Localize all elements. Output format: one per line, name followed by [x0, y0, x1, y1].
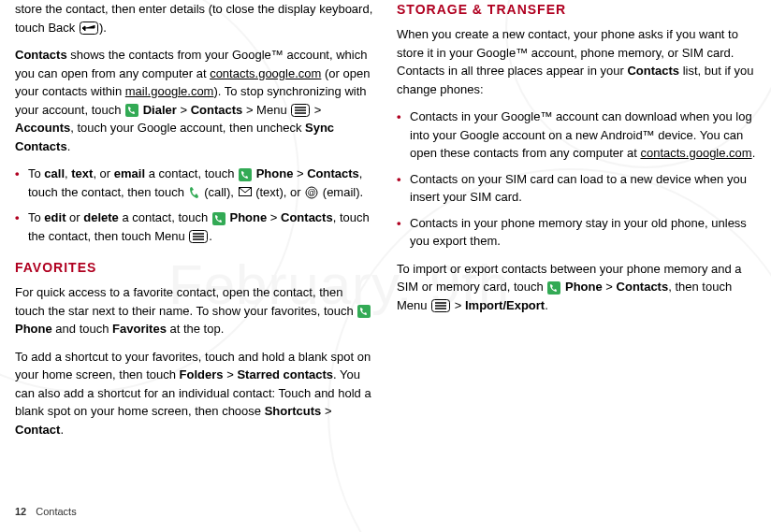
- page-number: 12: [15, 506, 26, 517]
- svg-rect-6: [239, 168, 252, 181]
- link-mail-google: mail.google.com: [125, 84, 214, 98]
- page-footer: 12Contacts: [15, 504, 77, 520]
- paragraph: To import or export contacts between you…: [397, 260, 756, 315]
- page-content: store the contact, then enter details (t…: [0, 0, 771, 448]
- paragraph: When you create a new contact, your phon…: [397, 25, 756, 98]
- section-name: Contacts: [36, 506, 76, 517]
- heading-favorites: FAVORITES: [15, 258, 374, 278]
- email-icon: @: [305, 186, 318, 199]
- list-item: Contacts in your Google™ account can dow…: [397, 108, 756, 163]
- text-icon: [239, 187, 252, 198]
- paragraph: Contacts shows the contacts from your Go…: [15, 46, 374, 155]
- list-item: Contacts in your phone memory stay in yo…: [397, 214, 756, 251]
- menu-icon: [291, 104, 310, 117]
- paragraph: store the contact, then enter details (t…: [15, 0, 374, 36]
- menu-icon: [189, 230, 208, 243]
- phone-app-icon: [239, 168, 252, 181]
- link-contacts-google: contacts.google.com: [210, 66, 321, 80]
- back-icon: [80, 22, 98, 35]
- storage-list: Contacts in your Google™ account can dow…: [397, 108, 756, 251]
- menu-icon: [431, 299, 450, 312]
- call-icon: [189, 186, 200, 199]
- phone-app-icon: [357, 305, 371, 318]
- list-item: To call, text, or email a contact, touch…: [15, 165, 374, 201]
- link-contacts-google: contacts.google.com: [640, 146, 751, 160]
- list-item: Contacts on your SIM card can load to a …: [397, 170, 756, 207]
- action-list: To call, text, or email a contact, touch…: [15, 165, 374, 245]
- svg-rect-1: [125, 104, 138, 117]
- right-column: STORAGE & TRANSFER When you create a new…: [397, 0, 756, 448]
- paragraph: To add a shortcut to your favorites, tou…: [15, 348, 374, 439]
- svg-text:@: @: [308, 188, 316, 197]
- svg-rect-16: [547, 281, 560, 295]
- svg-rect-15: [357, 305, 371, 318]
- left-column: store the contact, then enter details (t…: [15, 0, 374, 448]
- paragraph: For quick access to a favorite contact, …: [15, 283, 374, 338]
- phone-app-icon: [212, 212, 225, 225]
- svg-rect-10: [212, 212, 225, 225]
- phone-app-icon: [547, 281, 560, 295]
- heading-storage: STORAGE & TRANSFER: [397, 0, 756, 20]
- dialer-icon: [125, 104, 138, 117]
- list-item: To edit or delete a contact, touch Phone…: [15, 208, 374, 245]
